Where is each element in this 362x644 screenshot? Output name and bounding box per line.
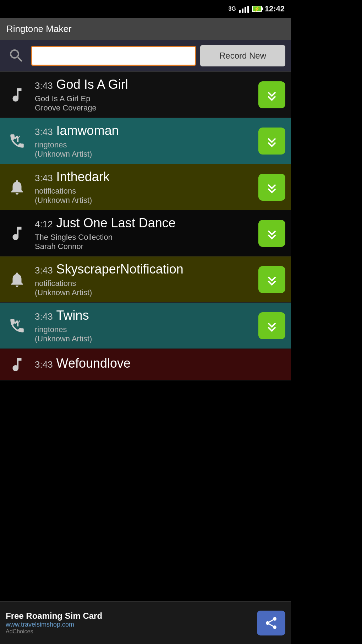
song-album: God Is A Girl Ep [35, 94, 254, 103]
download-button[interactable] [258, 174, 285, 201]
song-type-icon [6, 222, 28, 245]
network-indicator: 3G [228, 6, 236, 12]
song-type-icon [6, 314, 28, 337]
song-type-icon [6, 268, 28, 291]
song-item[interactable]: 3:43 Inthedark notifications (Unknown Ar… [0, 164, 291, 210]
song-duration: 3:43 [35, 265, 53, 276]
download-button[interactable] [258, 266, 285, 293]
song-item[interactable]: 3:43 Twins ringtones (Unknown Artist) [0, 303, 291, 349]
chevron-down-icon [264, 224, 280, 242]
app-header: Ringtone Maker [0, 18, 291, 40]
song-list: 3:43 God Is A Girl God Is A Girl Ep Groo… [0, 72, 291, 380]
song-type-icon [6, 83, 28, 106]
song-info: 3:43 God Is A Girl God Is A Girl Ep Groo… [35, 77, 254, 113]
song-duration: 3:43 [35, 80, 53, 91]
song-duration: 3:43 [35, 173, 53, 184]
song-title: God Is A Girl [56, 77, 128, 92]
song-duration: 3:43 [35, 311, 53, 322]
song-info: 3:43 Iamwoman ringtones (Unknown Artist) [35, 123, 254, 159]
song-artist: Groove Coverage [35, 103, 254, 113]
signal-strength [239, 5, 249, 13]
song-album: ringtones [35, 325, 254, 334]
song-type-icon [6, 130, 28, 152]
song-title: Twins [56, 308, 89, 323]
song-type-icon [6, 176, 28, 199]
song-album: ringtones [35, 140, 254, 150]
chevron-down-icon [264, 86, 280, 104]
song-info: 3:43 Wefoundlove [35, 356, 285, 373]
song-info: 3:43 Twins ringtones (Unknown Artist) [35, 308, 254, 343]
song-title: Just One Last Dance [56, 216, 176, 231]
search-bar: Record New [0, 40, 291, 72]
song-album: notifications [35, 279, 254, 288]
song-album: The Singles Collection [35, 233, 254, 242]
song-artist: (Unknown Artist) [35, 196, 254, 205]
song-item[interactable]: 4:12 Just One Last Dance The Singles Col… [0, 210, 291, 256]
song-artist: (Unknown Artist) [35, 150, 254, 159]
ad-banner[interactable]: Free Roaming Sim Card www.travelsimshop.… [0, 601, 291, 644]
chevron-down-icon [264, 317, 280, 335]
song-item[interactable]: 3:43 Iamwoman ringtones (Unknown Artist) [0, 118, 291, 164]
download-button[interactable] [258, 128, 285, 155]
song-item[interactable]: 3:43 God Is A Girl God Is A Girl Ep Groo… [0, 72, 291, 118]
download-button[interactable] [258, 220, 285, 247]
song-title: SkyscraperNotification [56, 262, 183, 277]
song-info: 3:43 Inthedark notifications (Unknown Ar… [35, 169, 254, 205]
status-bar: 3G ⚡ 12:42 [0, 0, 291, 18]
song-title: Iamwoman [56, 123, 119, 138]
song-title: Wefoundlove [56, 356, 131, 371]
song-item[interactable]: 3:43 Wefoundlove [0, 349, 291, 380]
chevron-down-icon [264, 271, 280, 288]
app-title: Ringtone Maker [6, 23, 72, 34]
chevron-down-icon [264, 178, 280, 196]
song-artist: (Unknown Artist) [35, 334, 254, 343]
search-icon [6, 45, 27, 66]
song-info: 3:43 SkyscraperNotification notification… [35, 262, 254, 297]
song-title: Inthedark [56, 169, 110, 184]
song-duration: 4:12 [35, 219, 53, 230]
song-item[interactable]: 3:43 SkyscraperNotification notification… [0, 256, 291, 303]
ad-action-button[interactable] [257, 611, 285, 635]
song-artist: (Unknown Artist) [35, 288, 254, 297]
search-input[interactable] [31, 46, 196, 66]
ad-title: Free Roaming Sim Card [6, 611, 253, 621]
song-duration: 3:43 [35, 126, 53, 137]
battery-icon: ⚡ [252, 6, 262, 12]
ad-text: Free Roaming Sim Card www.travelsimshop.… [6, 611, 253, 635]
download-button[interactable] [258, 81, 285, 108]
song-info: 4:12 Just One Last Dance The Singles Col… [35, 216, 254, 251]
status-icons: 3G ⚡ 12:42 [228, 4, 285, 13]
download-button[interactable] [258, 312, 285, 339]
ad-url: www.travelsimshop.com [6, 621, 253, 628]
chevron-down-icon [264, 132, 280, 150]
song-duration: 3:43 [35, 359, 53, 370]
record-new-button[interactable]: Record New [200, 45, 285, 66]
clock: 12:42 [265, 4, 285, 13]
song-type-icon [6, 353, 28, 376]
song-album: notifications [35, 186, 254, 196]
song-artist: Sarah Connor [35, 242, 254, 251]
ad-choices: AdChoices [6, 628, 253, 635]
